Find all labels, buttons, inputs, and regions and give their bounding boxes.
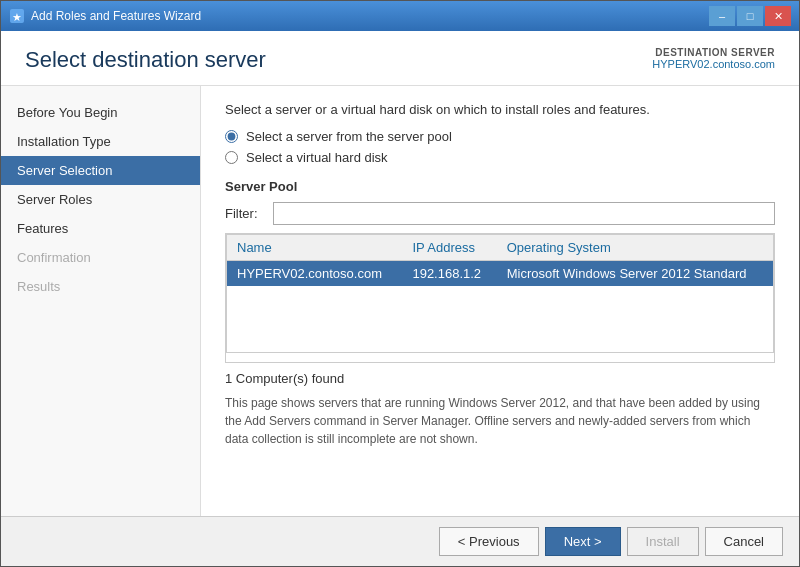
table-header-row: Name IP Address Operating System	[227, 235, 774, 261]
destination-server-label: DESTINATION SERVER	[652, 47, 775, 58]
previous-button[interactable]: < Previous	[439, 527, 539, 556]
sidebar: Before You Begin Installation Type Serve…	[1, 86, 201, 516]
server-pool-label: Server Pool	[225, 179, 775, 194]
header: Select destination server DESTINATION SE…	[1, 31, 799, 86]
radio-vhd[interactable]	[225, 151, 238, 164]
instruction-text: Select a server or a virtual hard disk o…	[225, 102, 775, 117]
page-title: Select destination server	[25, 47, 266, 73]
col-name: Name	[227, 235, 403, 261]
sidebar-item-server-selection[interactable]: Server Selection	[1, 156, 200, 185]
table-row[interactable]: HYPERV02.contoso.com 192.168.1.2 Microso…	[227, 261, 774, 287]
next-button[interactable]: Next >	[545, 527, 621, 556]
wizard-icon: ★	[9, 8, 25, 24]
sidebar-item-before-you-begin[interactable]: Before You Begin	[1, 98, 200, 127]
cell-server-ip: 192.168.1.2	[402, 261, 496, 287]
cell-server-os: Microsoft Windows Server 2012 Standard	[497, 261, 774, 287]
footer: < Previous Next > Install Cancel	[1, 516, 799, 566]
title-bar: ★ Add Roles and Features Wizard – □ ✕	[1, 1, 799, 31]
radio-server-pool[interactable]	[225, 130, 238, 143]
sidebar-item-features[interactable]: Features	[1, 214, 200, 243]
cell-server-name: HYPERV02.contoso.com	[227, 261, 403, 287]
window-title: Add Roles and Features Wizard	[31, 9, 201, 23]
radio-option-server-pool[interactable]: Select a server from the server pool	[225, 129, 775, 144]
install-button[interactable]: Install	[627, 527, 699, 556]
filter-row: Filter:	[225, 202, 775, 225]
cancel-button[interactable]: Cancel	[705, 527, 783, 556]
title-bar-controls: – □ ✕	[709, 6, 791, 26]
info-text: This page shows servers that are running…	[225, 394, 775, 448]
destination-server-name: HYPERV02.contoso.com	[652, 58, 775, 70]
server-table-wrapper: Name IP Address Operating System HYPERV0…	[225, 233, 775, 363]
maximize-button[interactable]: □	[737, 6, 763, 26]
destination-server-info: DESTINATION SERVER HYPERV02.contoso.com	[652, 47, 775, 70]
main-window: ★ Add Roles and Features Wizard – □ ✕ Se…	[0, 0, 800, 567]
empty-row-1	[227, 286, 774, 308]
sidebar-item-results: Results	[1, 272, 200, 301]
col-os: Operating System	[497, 235, 774, 261]
title-bar-left: ★ Add Roles and Features Wizard	[9, 8, 201, 24]
svg-text:★: ★	[12, 11, 22, 23]
sidebar-item-server-roles[interactable]: Server Roles	[1, 185, 200, 214]
close-button[interactable]: ✕	[765, 6, 791, 26]
radio-option-vhd[interactable]: Select a virtual hard disk	[225, 150, 775, 165]
minimize-button[interactable]: –	[709, 6, 735, 26]
computers-found: 1 Computer(s) found	[225, 371, 775, 386]
main-layout: Before You Begin Installation Type Serve…	[1, 86, 799, 516]
server-table: Name IP Address Operating System HYPERV0…	[226, 234, 774, 353]
filter-label: Filter:	[225, 206, 265, 221]
filter-input[interactable]	[273, 202, 775, 225]
sidebar-item-installation-type[interactable]: Installation Type	[1, 127, 200, 156]
main-content: Select a server or a virtual hard disk o…	[201, 86, 799, 516]
radio-group: Select a server from the server pool Sel…	[225, 129, 775, 165]
empty-row-2	[227, 308, 774, 330]
col-ip: IP Address	[402, 235, 496, 261]
empty-row-3	[227, 330, 774, 352]
sidebar-item-confirmation: Confirmation	[1, 243, 200, 272]
